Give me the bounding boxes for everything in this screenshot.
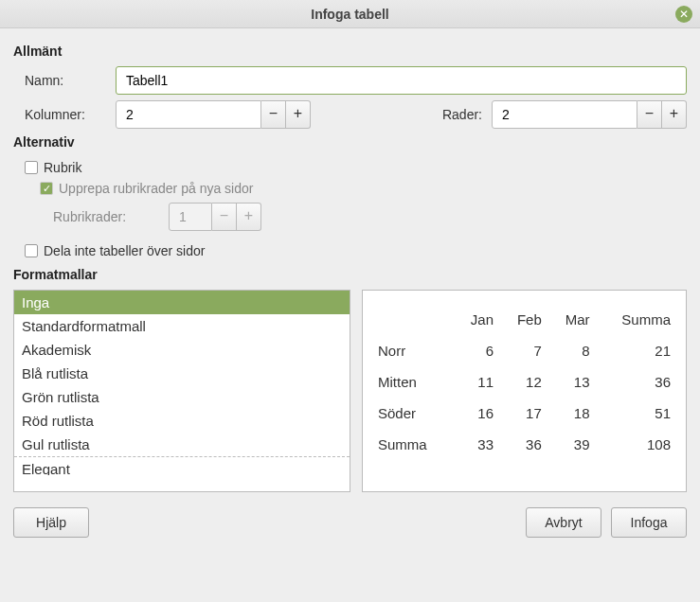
heading-rows-input (169, 203, 212, 231)
style-item[interactable]: Inga (14, 291, 350, 314)
columns-stepper: − + (116, 100, 311, 129)
preview-row-header: Söder (372, 398, 453, 429)
preview-cell: 7 (499, 335, 547, 366)
style-item[interactable]: Standardformatmall (14, 314, 350, 338)
style-preview: JanFebMarSummaNorr67821Mitten11121336Söd… (362, 290, 687, 492)
preview-cell: 108 (596, 429, 676, 460)
columns-increment-button[interactable]: + (286, 100, 311, 129)
preview-cell: 33 (453, 429, 499, 460)
preview-row-header: Mitten (372, 366, 453, 398)
heading-checkbox-label: Rubrik (44, 160, 81, 175)
style-item[interactable]: Blå rutlista (14, 362, 350, 385)
repeat-heading-label: Upprepa rubrikrader på nya sidor (59, 181, 253, 196)
preview-cell: 17 (499, 398, 547, 429)
style-list[interactable]: IngaStandardformatmallAkademiskBlå rutli… (13, 290, 350, 492)
name-input[interactable] (116, 66, 687, 95)
preview-cell: 16 (453, 398, 499, 429)
rows-stepper: − + (492, 100, 687, 129)
heading-rows-label: Rubrikrader: (53, 209, 157, 224)
heading-rows-stepper: − + (169, 203, 261, 231)
dont-split-label: Dela inte tabeller över sidor (44, 243, 205, 258)
preview-header-blank (372, 304, 453, 335)
preview-cell: 36 (499, 429, 547, 460)
preview-table: JanFebMarSummaNorr67821Mitten11121336Söd… (372, 304, 676, 460)
columns-label: Kolumner: (25, 107, 116, 122)
columns-decrement-button[interactable]: − (261, 100, 286, 129)
section-options-title: Alternativ (13, 134, 687, 150)
preview-cell: 18 (547, 398, 596, 429)
style-item[interactable]: Elegant (14, 456, 350, 475)
rows-decrement-button[interactable]: − (637, 100, 662, 129)
section-styles-title: Formatmallar (13, 267, 687, 282)
close-icon[interactable]: ✕ (675, 6, 692, 23)
heading-rows-decrement-button: − (212, 203, 237, 231)
preview-cell: 12 (499, 366, 547, 398)
columns-input[interactable] (116, 100, 261, 129)
cancel-button[interactable]: Avbryt (526, 507, 601, 538)
style-item[interactable]: Röd rutlista (14, 409, 350, 433)
preview-cell: 51 (596, 398, 676, 429)
preview-row-header: Summa (372, 429, 453, 460)
section-general-title: Allmänt (13, 44, 687, 59)
preview-column-header: Feb (499, 304, 547, 335)
style-item[interactable]: Akademisk (14, 338, 350, 362)
name-label: Namn: (25, 73, 116, 88)
heading-checkbox[interactable] (25, 161, 38, 174)
rows-input[interactable] (492, 100, 637, 129)
rows-increment-button[interactable]: + (662, 100, 687, 129)
preview-cell: 39 (547, 429, 596, 460)
insert-button[interactable]: Infoga (611, 507, 687, 538)
preview-row-header: Norr (372, 335, 453, 366)
preview-cell: 13 (547, 366, 596, 398)
preview-cell: 6 (453, 335, 499, 366)
repeat-heading-checkbox (40, 182, 53, 195)
preview-cell: 36 (596, 366, 676, 398)
preview-cell: 8 (547, 335, 596, 366)
preview-column-header: Summa (596, 304, 676, 335)
dont-split-checkbox[interactable] (25, 244, 38, 257)
titlebar: Infoga tabell ✕ (0, 0, 700, 28)
help-button[interactable]: Hjälp (13, 507, 89, 538)
heading-rows-increment-button: + (237, 203, 261, 231)
preview-column-header: Jan (453, 304, 499, 335)
preview-cell: 21 (596, 335, 676, 366)
style-item[interactable]: Gul rutlista (14, 433, 350, 456)
window-title: Infoga tabell (0, 7, 700, 22)
preview-column-header: Mar (547, 304, 596, 335)
rows-label: Rader: (416, 107, 482, 122)
style-item[interactable]: Grön rutlista (14, 385, 350, 409)
preview-cell: 11 (453, 366, 499, 398)
